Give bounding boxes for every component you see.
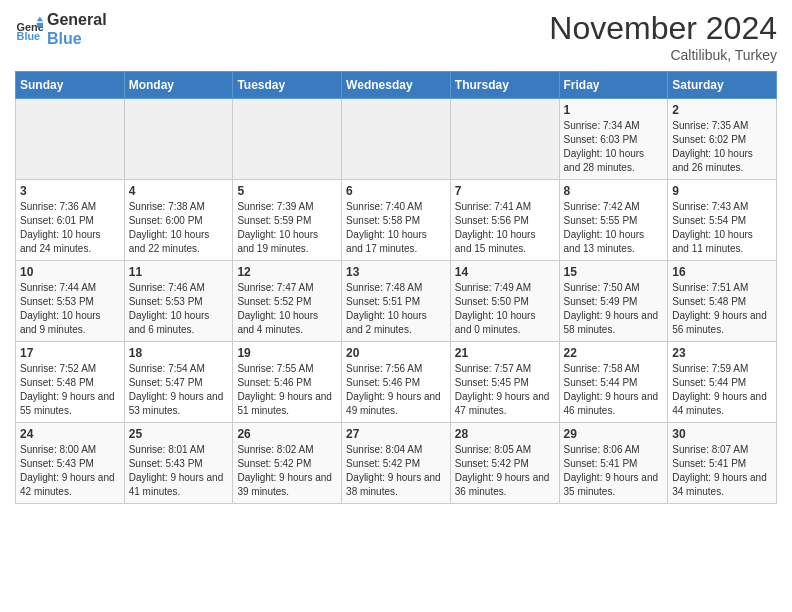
weekday-header: Tuesday (233, 72, 342, 99)
day-info: Sunrise: 7:58 AMSunset: 5:44 PMDaylight:… (564, 362, 664, 418)
day-number: 21 (455, 346, 555, 360)
calendar-cell: 30Sunrise: 8:07 AMSunset: 5:41 PMDayligh… (668, 423, 777, 504)
calendar-body: 1Sunrise: 7:34 AMSunset: 6:03 PMDaylight… (16, 99, 777, 504)
logo: General Blue GeneralBlue (15, 10, 107, 48)
svg-text:Blue: Blue (17, 30, 41, 42)
calendar-cell: 9Sunrise: 7:43 AMSunset: 5:54 PMDaylight… (668, 180, 777, 261)
calendar-cell: 7Sunrise: 7:41 AMSunset: 5:56 PMDaylight… (450, 180, 559, 261)
calendar-cell: 25Sunrise: 8:01 AMSunset: 5:43 PMDayligh… (124, 423, 233, 504)
day-info: Sunrise: 7:38 AMSunset: 6:00 PMDaylight:… (129, 200, 229, 256)
svg-marker-3 (37, 23, 43, 28)
calendar-cell: 1Sunrise: 7:34 AMSunset: 6:03 PMDaylight… (559, 99, 668, 180)
calendar-week-row: 24Sunrise: 8:00 AMSunset: 5:43 PMDayligh… (16, 423, 777, 504)
day-info: Sunrise: 7:41 AMSunset: 5:56 PMDaylight:… (455, 200, 555, 256)
calendar-cell: 23Sunrise: 7:59 AMSunset: 5:44 PMDayligh… (668, 342, 777, 423)
calendar-cell (342, 99, 451, 180)
header-row: SundayMondayTuesdayWednesdayThursdayFrid… (16, 72, 777, 99)
calendar-cell: 14Sunrise: 7:49 AMSunset: 5:50 PMDayligh… (450, 261, 559, 342)
day-number: 1 (564, 103, 664, 117)
day-info: Sunrise: 7:56 AMSunset: 5:46 PMDaylight:… (346, 362, 446, 418)
calendar-cell: 10Sunrise: 7:44 AMSunset: 5:53 PMDayligh… (16, 261, 125, 342)
weekday-header: Monday (124, 72, 233, 99)
calendar-cell: 18Sunrise: 7:54 AMSunset: 5:47 PMDayligh… (124, 342, 233, 423)
day-number: 9 (672, 184, 772, 198)
day-info: Sunrise: 7:48 AMSunset: 5:51 PMDaylight:… (346, 281, 446, 337)
day-info: Sunrise: 7:40 AMSunset: 5:58 PMDaylight:… (346, 200, 446, 256)
day-info: Sunrise: 7:50 AMSunset: 5:49 PMDaylight:… (564, 281, 664, 337)
weekday-header: Saturday (668, 72, 777, 99)
calendar-cell: 26Sunrise: 8:02 AMSunset: 5:42 PMDayligh… (233, 423, 342, 504)
weekday-header: Friday (559, 72, 668, 99)
calendar-cell: 19Sunrise: 7:55 AMSunset: 5:46 PMDayligh… (233, 342, 342, 423)
month-title: November 2024 (549, 10, 777, 47)
calendar-cell: 13Sunrise: 7:48 AMSunset: 5:51 PMDayligh… (342, 261, 451, 342)
calendar-cell: 21Sunrise: 7:57 AMSunset: 5:45 PMDayligh… (450, 342, 559, 423)
calendar-cell: 20Sunrise: 7:56 AMSunset: 5:46 PMDayligh… (342, 342, 451, 423)
day-number: 11 (129, 265, 229, 279)
day-info: Sunrise: 8:06 AMSunset: 5:41 PMDaylight:… (564, 443, 664, 499)
day-number: 25 (129, 427, 229, 441)
calendar-week-row: 3Sunrise: 7:36 AMSunset: 6:01 PMDaylight… (16, 180, 777, 261)
day-number: 15 (564, 265, 664, 279)
day-info: Sunrise: 7:35 AMSunset: 6:02 PMDaylight:… (672, 119, 772, 175)
calendar-cell: 12Sunrise: 7:47 AMSunset: 5:52 PMDayligh… (233, 261, 342, 342)
day-info: Sunrise: 8:05 AMSunset: 5:42 PMDaylight:… (455, 443, 555, 499)
day-number: 18 (129, 346, 229, 360)
day-number: 19 (237, 346, 337, 360)
calendar-cell (16, 99, 125, 180)
calendar-cell: 8Sunrise: 7:42 AMSunset: 5:55 PMDaylight… (559, 180, 668, 261)
calendar-cell: 15Sunrise: 7:50 AMSunset: 5:49 PMDayligh… (559, 261, 668, 342)
day-number: 3 (20, 184, 120, 198)
calendar-cell: 17Sunrise: 7:52 AMSunset: 5:48 PMDayligh… (16, 342, 125, 423)
calendar-cell: 24Sunrise: 8:00 AMSunset: 5:43 PMDayligh… (16, 423, 125, 504)
calendar-cell: 29Sunrise: 8:06 AMSunset: 5:41 PMDayligh… (559, 423, 668, 504)
day-number: 14 (455, 265, 555, 279)
day-number: 13 (346, 265, 446, 279)
day-info: Sunrise: 7:52 AMSunset: 5:48 PMDaylight:… (20, 362, 120, 418)
calendar-cell: 3Sunrise: 7:36 AMSunset: 6:01 PMDaylight… (16, 180, 125, 261)
calendar-cell: 2Sunrise: 7:35 AMSunset: 6:02 PMDaylight… (668, 99, 777, 180)
day-number: 27 (346, 427, 446, 441)
day-info: Sunrise: 7:46 AMSunset: 5:53 PMDaylight:… (129, 281, 229, 337)
day-number: 16 (672, 265, 772, 279)
calendar-cell: 28Sunrise: 8:05 AMSunset: 5:42 PMDayligh… (450, 423, 559, 504)
day-number: 5 (237, 184, 337, 198)
calendar-header: SundayMondayTuesdayWednesdayThursdayFrid… (16, 72, 777, 99)
day-number: 12 (237, 265, 337, 279)
calendar-cell: 4Sunrise: 7:38 AMSunset: 6:00 PMDaylight… (124, 180, 233, 261)
day-number: 24 (20, 427, 120, 441)
day-number: 30 (672, 427, 772, 441)
day-info: Sunrise: 7:55 AMSunset: 5:46 PMDaylight:… (237, 362, 337, 418)
calendar-cell: 11Sunrise: 7:46 AMSunset: 5:53 PMDayligh… (124, 261, 233, 342)
day-number: 2 (672, 103, 772, 117)
day-number: 6 (346, 184, 446, 198)
day-info: Sunrise: 8:04 AMSunset: 5:42 PMDaylight:… (346, 443, 446, 499)
day-info: Sunrise: 7:39 AMSunset: 5:59 PMDaylight:… (237, 200, 337, 256)
day-info: Sunrise: 7:59 AMSunset: 5:44 PMDaylight:… (672, 362, 772, 418)
title-block: November 2024 Caltilibuk, Turkey (549, 10, 777, 63)
day-number: 28 (455, 427, 555, 441)
location: Caltilibuk, Turkey (549, 47, 777, 63)
day-info: Sunrise: 8:00 AMSunset: 5:43 PMDaylight:… (20, 443, 120, 499)
day-info: Sunrise: 8:07 AMSunset: 5:41 PMDaylight:… (672, 443, 772, 499)
day-info: Sunrise: 7:44 AMSunset: 5:53 PMDaylight:… (20, 281, 120, 337)
page-header: General Blue GeneralBlue November 2024 C… (15, 10, 777, 63)
day-info: Sunrise: 7:42 AMSunset: 5:55 PMDaylight:… (564, 200, 664, 256)
calendar-cell (450, 99, 559, 180)
day-info: Sunrise: 7:34 AMSunset: 6:03 PMDaylight:… (564, 119, 664, 175)
day-info: Sunrise: 8:02 AMSunset: 5:42 PMDaylight:… (237, 443, 337, 499)
calendar-cell: 6Sunrise: 7:40 AMSunset: 5:58 PMDaylight… (342, 180, 451, 261)
day-info: Sunrise: 7:57 AMSunset: 5:45 PMDaylight:… (455, 362, 555, 418)
day-info: Sunrise: 7:54 AMSunset: 5:47 PMDaylight:… (129, 362, 229, 418)
day-number: 8 (564, 184, 664, 198)
calendar-cell (124, 99, 233, 180)
calendar-week-row: 10Sunrise: 7:44 AMSunset: 5:53 PMDayligh… (16, 261, 777, 342)
day-info: Sunrise: 8:01 AMSunset: 5:43 PMDaylight:… (129, 443, 229, 499)
day-number: 7 (455, 184, 555, 198)
day-number: 23 (672, 346, 772, 360)
day-info: Sunrise: 7:36 AMSunset: 6:01 PMDaylight:… (20, 200, 120, 256)
calendar-cell (233, 99, 342, 180)
day-number: 10 (20, 265, 120, 279)
weekday-header: Sunday (16, 72, 125, 99)
day-number: 17 (20, 346, 120, 360)
